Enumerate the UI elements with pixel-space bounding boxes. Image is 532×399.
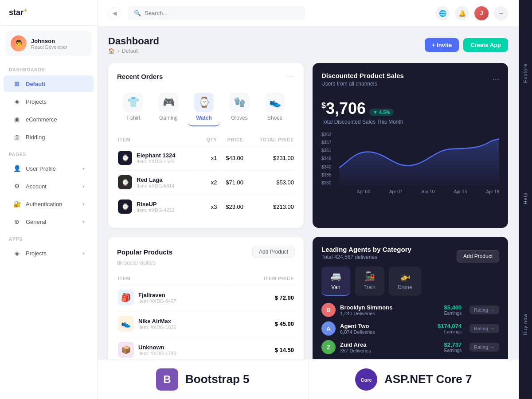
- col-price: ITEM PRICE: [234, 273, 294, 284]
- tab-tshirt-label: T-shirt: [125, 115, 140, 121]
- sidebar-user[interactable]: 👨 Johnson React Developer: [5, 31, 92, 56]
- tab-drone[interactable]: 🚁 Drone: [389, 266, 421, 296]
- agent-avatar: B: [321, 303, 336, 317]
- agent-avatar: A: [321, 321, 336, 336]
- tab-tshirt[interactable]: 👕 T-shirt: [117, 88, 149, 126]
- train-icon: 🚂: [364, 271, 375, 282]
- bootstrap-text: Bootstrap 5: [185, 372, 249, 386]
- tab-shoes[interactable]: 👟 Shoes: [259, 88, 291, 126]
- list-item: 🎒 Fjallraven Item: #XDG-6437 $ 72.00: [118, 285, 294, 310]
- agent-list: B Brooklyn Simmons 1,240 Deliveries $5,4…: [321, 303, 499, 354]
- item-img: ⌚: [118, 175, 132, 189]
- sidebar-item-ecommerce[interactable]: ◉ eCommerce: [4, 111, 94, 128]
- tab-watch[interactable]: ⌚ Watch: [188, 88, 220, 126]
- col-qty: QTY: [202, 134, 217, 145]
- add-product-agents-button[interactable]: Add Product: [457, 250, 499, 262]
- sidebar-item-default[interactable]: ⊞ Default: [4, 75, 94, 92]
- page-content: Dashboard 🏠 › Default + Invite Create Ap…: [98, 27, 519, 399]
- item-id: Item: #XDG-4222: [137, 207, 175, 213]
- item-name: Red Laga: [137, 176, 175, 183]
- avatar: 👨: [11, 35, 27, 51]
- help-label[interactable]: Help: [521, 188, 530, 209]
- invite-button[interactable]: + Invite: [425, 38, 459, 52]
- tab-gloves[interactable]: 🧤 Gloves: [223, 88, 255, 126]
- grid-icon: ⊞: [12, 79, 21, 88]
- chevron-down-icon: ▾: [82, 166, 85, 171]
- search-icon: 🔍: [134, 10, 141, 16]
- sidebar-item-label: Account: [26, 183, 47, 190]
- breadcrumb-current: Default: [122, 48, 139, 54]
- sidebar-item-label: General: [26, 219, 46, 225]
- logo-text: star✦: [9, 8, 27, 17]
- discounted-sales-card: Discounted Product Sales Users from all …: [313, 63, 508, 228]
- agent-earnings: $2,737: [444, 341, 462, 348]
- user-icon: 👤: [12, 164, 21, 173]
- sidebar-item-apps-projects[interactable]: ◈ Projects ▾: [4, 245, 94, 262]
- sidebar-item-user-profile[interactable]: 👤 User Profile ▾: [4, 160, 94, 177]
- shoes-icon: 👟: [265, 93, 285, 112]
- section-label-pages: PAGES: [0, 146, 97, 160]
- currency-symbol: $: [321, 101, 326, 110]
- explore-label[interactable]: Explore: [521, 59, 530, 87]
- col-item: ITEM: [118, 134, 201, 145]
- product-price: $ 45.00: [234, 311, 294, 336]
- sidebar-item-projects[interactable]: ◈ Projects: [4, 93, 94, 110]
- item-name: RiseUP: [137, 201, 175, 207]
- topbar-globe-icon[interactable]: 🌐: [435, 6, 450, 20]
- chart-header: Discounted Product Sales Users from all …: [321, 72, 499, 87]
- page-header: Dashboard 🏠 › Default + Invite Create Ap…: [108, 35, 508, 54]
- product-price: $ 14.50: [234, 337, 294, 362]
- arrow-icon: →: [490, 326, 495, 331]
- rating-button[interactable]: Rating →: [469, 324, 499, 333]
- sidebar-item-general[interactable]: ⊕ General ▾: [4, 213, 94, 230]
- tab-shoes-label: Shoes: [267, 115, 282, 121]
- agent-name: Brooklyn Simmons: [340, 304, 439, 311]
- card-menu-icon[interactable]: ···: [286, 72, 295, 81]
- earnings-label: Earnings: [444, 348, 462, 353]
- chart-menu-icon[interactable]: ···: [493, 75, 499, 84]
- rating-button[interactable]: Rating →: [469, 343, 499, 352]
- tab-van[interactable]: 🚐 Van: [321, 266, 350, 296]
- agent-earnings: $174,074: [438, 323, 462, 329]
- gaming-icon: 🎮: [159, 93, 178, 112]
- product-id: Item: #XDG-6437: [138, 298, 176, 304]
- add-product-button[interactable]: Add Product: [252, 246, 295, 258]
- create-app-button[interactable]: Create App: [463, 38, 508, 52]
- agent-name: Agent Two: [340, 323, 433, 329]
- chart-svg: [339, 132, 499, 185]
- table-row: ⌚ Red Laga Item: #XDG-5314 x2 $71.00 $53…: [118, 170, 294, 194]
- chevron-down-icon: ▾: [82, 251, 85, 256]
- order-price: $71.00: [218, 170, 243, 194]
- agents-title: Leading Agents by Category: [321, 246, 411, 253]
- topbar-avatar[interactable]: J: [474, 6, 489, 20]
- topbar-right: 🌐 🔔 J →: [435, 6, 508, 20]
- tab-gaming[interactable]: 🎮 Gaming: [153, 88, 184, 126]
- earnings-label: Earnings: [438, 329, 462, 334]
- tab-train[interactable]: 🚂 Train: [355, 266, 384, 296]
- agent-avatar: Z: [321, 340, 336, 354]
- item-name: Elephant 1324: [137, 152, 175, 159]
- sidebar-item-authentication[interactable]: 🔐 Authentication ▾: [4, 196, 94, 212]
- sidebar-item-account[interactable]: ⚙ Account ▾: [4, 178, 94, 195]
- agent-name: Zuid Area: [340, 341, 439, 348]
- right-sidebar: Explore Help Buy now: [519, 0, 532, 399]
- trend-badge: ▼ 4.5%: [369, 109, 394, 116]
- breadcrumb: 🏠 › Default: [108, 48, 159, 54]
- van-icon: 🚐: [330, 271, 341, 282]
- topbar-notification-icon[interactable]: 🔔: [455, 6, 469, 20]
- top-row: Recent Orders ··· 👕 T-shirt 🎮 Gaming ⌚ W…: [108, 63, 508, 228]
- topbar-arrow-icon[interactable]: →: [494, 6, 508, 20]
- tab-watch-label: Watch: [196, 115, 212, 121]
- recent-orders-title: Recent Orders: [117, 73, 163, 80]
- collapse-sidebar-button[interactable]: ◀: [108, 7, 121, 20]
- buy-now-label[interactable]: Buy now: [521, 309, 530, 340]
- order-qty: x3: [202, 195, 217, 218]
- search-input[interactable]: [145, 10, 299, 16]
- promo-banner: B Bootstrap 5 Core ASP.NET Core 7: [98, 359, 519, 399]
- sidebar-item-bidding[interactable]: ◎ Bidding: [4, 129, 94, 145]
- auth-icon: 🔐: [12, 200, 21, 208]
- page-title: Dashboard: [108, 35, 159, 47]
- agents-subtitle: Total 424,567 deliveries: [321, 254, 411, 260]
- rating-button[interactable]: Rating →: [469, 305, 499, 314]
- order-total: $53.00: [244, 170, 294, 194]
